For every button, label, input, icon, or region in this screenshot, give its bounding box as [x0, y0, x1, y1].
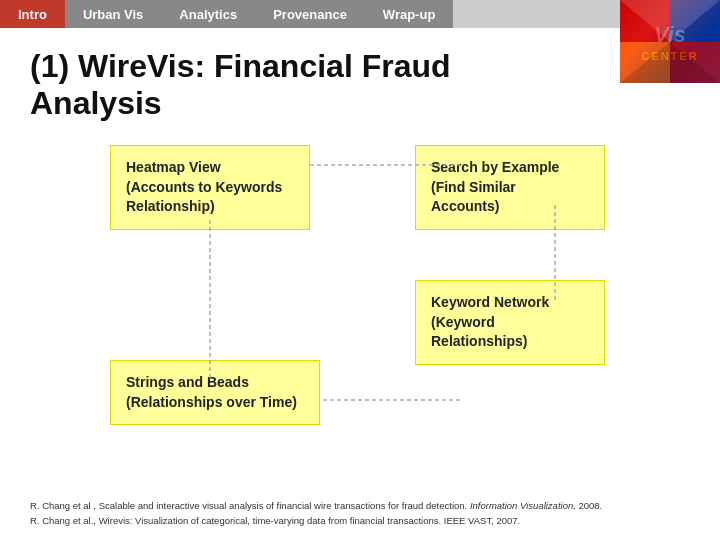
- tab-urban-vis[interactable]: Urban Vis: [65, 0, 161, 28]
- strings-label: Strings and Beads(Relationships over Tim…: [126, 374, 297, 410]
- search-label: Search by Example(Find SimilarAccounts): [431, 159, 559, 214]
- reference-1: R. Chang et al , Scalable and interactiv…: [30, 498, 690, 513]
- keyword-box: Keyword Network(KeywordRelationships): [415, 280, 605, 365]
- main-content: (1) WireVis: Financial Fraud Analysis: [0, 28, 720, 167]
- page-title: (1) WireVis: Financial Fraud Analysis: [30, 48, 580, 122]
- nav-bar: Intro Urban Vis Analytics Provenance Wra…: [0, 0, 720, 28]
- search-box: Search by Example(Find SimilarAccounts): [415, 145, 605, 230]
- reference-2: R. Chang et al., Wirevis: Visualization …: [30, 513, 690, 528]
- heatmap-box: Heatmap View(Accounts to KeywordsRelatio…: [110, 145, 310, 230]
- tab-wrap-up[interactable]: Wrap-up: [365, 0, 453, 28]
- tab-analytics[interactable]: Analytics: [161, 0, 255, 28]
- heatmap-label: Heatmap View(Accounts to KeywordsRelatio…: [126, 159, 282, 214]
- tab-provenance[interactable]: Provenance: [255, 0, 365, 28]
- strings-box: Strings and Beads(Relationships over Tim…: [110, 360, 320, 425]
- footer-references: R. Chang et al , Scalable and interactiv…: [30, 498, 690, 528]
- tab-intro[interactable]: Intro: [0, 0, 65, 28]
- keyword-label: Keyword Network(KeywordRelationships): [431, 294, 549, 349]
